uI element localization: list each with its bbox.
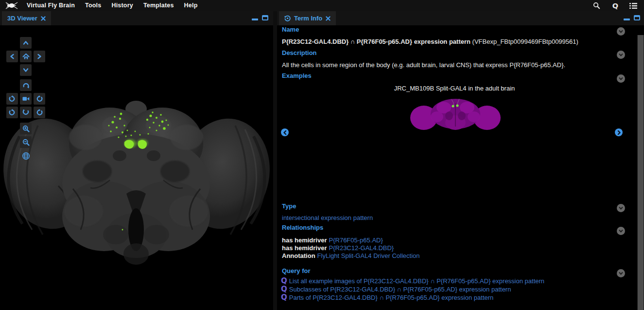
pan-right-button[interactable] <box>34 51 45 62</box>
rotate-cw-icon <box>36 95 43 102</box>
example-green-dot <box>452 105 454 107</box>
history-icon <box>284 15 291 21</box>
query-link[interactable]: Parts of P{R23C12-GAL4.DBD} ∩ P{R76F05-p… <box>289 294 494 301</box>
query-link[interactable]: Subclasses of P{R23C12-GAL4.DBD} ∩ P{R76… <box>289 286 511 293</box>
scrollbar-track <box>637 35 644 310</box>
wireframe-globe-button[interactable] <box>20 150 32 162</box>
menu-item-templates[interactable]: Templates <box>143 0 174 11</box>
chevron-left-icon <box>283 130 287 135</box>
example-image[interactable] <box>409 94 502 133</box>
menu-item-tools[interactable]: Tools <box>85 0 101 11</box>
list-icon[interactable] <box>629 1 638 10</box>
collapse-type-button[interactable] <box>617 204 625 212</box>
home-button[interactable] <box>20 51 32 62</box>
scrollbar-thumb[interactable] <box>638 35 644 310</box>
pitch-rotate-button[interactable] <box>20 107 32 118</box>
example-green-dot <box>456 104 458 107</box>
collapse-description-button[interactable] <box>617 51 625 59</box>
maximize-icon[interactable] <box>634 15 640 20</box>
term-info-body: Name P{R23C12-GAL4.DBD} ∩ P{R76F05-p65.A… <box>277 25 644 310</box>
relationship-label: Annotation <box>282 252 315 259</box>
chevron-down-icon <box>618 205 624 211</box>
description-header: Description <box>282 49 317 56</box>
term-info-panel: Term Info Name P{R23C12-GAL4.DBD} ∩ P{R7… <box>277 11 644 310</box>
roll-left-button[interactable] <box>6 93 18 105</box>
collapse-name-button[interactable] <box>617 27 625 36</box>
query-row: Q List all example images of P{R23C12-GA… <box>281 277 544 285</box>
zoom-in-icon <box>22 125 30 132</box>
pan-up-button[interactable] <box>20 37 32 49</box>
collapse-relationships-button[interactable] <box>617 227 625 235</box>
viewer-body <box>0 25 273 310</box>
chevron-down-icon <box>618 52 624 57</box>
term-info-tabstrip: Term Info <box>277 11 644 25</box>
close-icon[interactable] <box>41 16 46 21</box>
examples-header: Examples <box>282 72 312 79</box>
tab-term-info-label: Term Info <box>294 15 322 22</box>
fly-logo-icon[interactable] <box>4 1 19 10</box>
term-name-id: (VFBexp_FBtp0099469FBtp0099561) <box>472 38 578 45</box>
relationship-link[interactable]: P{R23C12-GAL4.DBD} <box>329 244 394 252</box>
menu-item-virtual-fly-brain[interactable]: Virtual Fly Brain <box>27 0 75 11</box>
chevron-down-icon <box>618 76 624 81</box>
description-text: All the cells in some region of the body… <box>282 61 565 69</box>
workspace: 3D Viewer <box>0 11 644 310</box>
menu-item-history[interactable]: History <box>111 0 133 11</box>
relationship-label: has hemidriver <box>282 237 327 244</box>
tab-term-info[interactable]: Term Info <box>279 11 336 25</box>
minimize-icon[interactable] <box>252 18 258 20</box>
yaw-left-button[interactable] <box>6 107 18 118</box>
query-for-header: Query for <box>282 267 311 274</box>
brain-3d-canvas[interactable] <box>0 25 273 310</box>
camera-icon <box>22 96 30 102</box>
chevron-down-icon <box>618 29 624 34</box>
collapse-query-for-button[interactable] <box>617 269 625 277</box>
pan-down-button[interactable] <box>20 64 32 76</box>
zoom-out-button[interactable] <box>20 136 32 148</box>
term-info-window-controls <box>624 15 640 20</box>
roll-right-button[interactable] <box>34 93 45 105</box>
search-icon[interactable] <box>592 1 601 10</box>
relationship-row: has hemidriverP{R23C12-GAL4.DBD} <box>282 244 394 252</box>
viewer-window-controls <box>252 15 268 20</box>
menu-item-help[interactable]: Help <box>184 0 198 11</box>
chevron-left-icon <box>11 55 14 58</box>
tab-3d-viewer[interactable]: 3D Viewer <box>2 11 51 25</box>
chevron-right-icon <box>38 55 41 58</box>
chevron-down-icon <box>24 69 28 72</box>
query-row: Q Parts of P{R23C12-GAL4.DBD} ∩ P{R76F05… <box>281 294 493 301</box>
relationship-row: has hemidriverP{R76F05-p65.AD} <box>282 237 383 244</box>
zoom-in-button[interactable] <box>20 123 32 134</box>
query-icon: Q <box>281 294 287 301</box>
pan-left-button[interactable] <box>6 51 18 62</box>
relationship-link[interactable]: FlyLight Split-GAL4 Driver Collection <box>317 252 420 259</box>
home-icon <box>22 53 30 60</box>
query-link[interactable]: List all example images of P{R23C12-GAL4… <box>289 277 544 285</box>
carousel-next-button[interactable] <box>615 128 623 136</box>
relationship-link[interactable]: P{R76F05-p65.AD} <box>329 237 383 244</box>
term-name-title: P{R23C12-GAL4.DBD} ∩ P{R76F05-p65.AD} ex… <box>282 38 470 45</box>
type-link[interactable]: intersectional expression pattern <box>282 214 373 221</box>
yaw-right-button[interactable] <box>34 107 45 118</box>
rotate-down-icon <box>22 109 29 116</box>
query-icon[interactable]: Q <box>611 1 620 10</box>
query-icon: Q <box>281 286 287 293</box>
query-icon: Q <box>281 277 287 285</box>
term-name: P{R23C12-GAL4.DBD} ∩ P{R76F05-p65.AD} ex… <box>282 38 578 45</box>
viewer-panel: 3D Viewer <box>0 11 273 310</box>
maximize-icon[interactable] <box>262 15 268 20</box>
collapse-examples-button[interactable] <box>617 74 625 83</box>
minimize-icon[interactable] <box>624 18 630 20</box>
central-brain <box>62 101 210 265</box>
close-icon[interactable] <box>326 16 331 21</box>
rotate-reset-button[interactable] <box>20 79 32 91</box>
carousel-prev-button[interactable] <box>281 128 289 136</box>
rotate-reset-icon <box>22 82 30 89</box>
camera-button[interactable] <box>20 93 32 105</box>
main-menu: Virtual Fly Brain Tools History Template… <box>27 0 198 11</box>
chevron-up-icon <box>24 42 28 44</box>
globe-icon <box>22 152 30 160</box>
menu-bar: Virtual Fly Brain Tools History Template… <box>0 0 644 11</box>
relationship-label: has hemidriver <box>282 244 327 252</box>
example-brain-magenta <box>410 99 501 130</box>
